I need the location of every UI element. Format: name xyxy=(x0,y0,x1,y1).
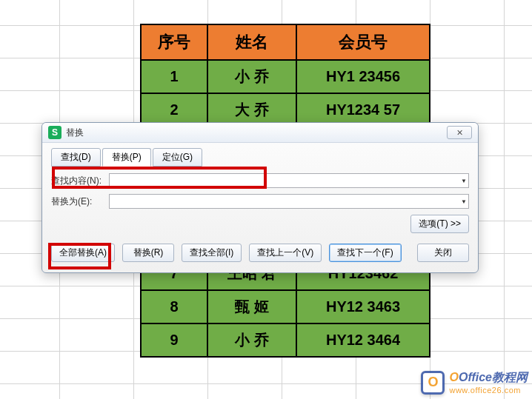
close-icon[interactable]: ✕ xyxy=(447,126,472,139)
close-button[interactable]: 关闭 xyxy=(417,244,469,262)
cell-member[interactable]: HY1 23456 xyxy=(296,60,430,93)
dialog-titlebar[interactable]: S 替换 ✕ xyxy=(42,123,478,143)
options-button[interactable]: 选项(T) >> xyxy=(410,215,469,233)
watermark-url: www.office26.com xyxy=(449,386,528,395)
find-what-label: 查找内容(N): xyxy=(51,175,109,187)
watermark-line1b: 教程网 xyxy=(492,371,528,383)
replace-with-input[interactable] xyxy=(109,194,469,209)
cell-seq[interactable]: 8 xyxy=(141,290,207,323)
find-next-button[interactable]: 查找下一个(F) xyxy=(329,244,401,262)
app-icon: S xyxy=(48,126,61,139)
cell-member[interactable]: HY12 3463 xyxy=(296,290,430,323)
tab-replace[interactable]: 替换(P) xyxy=(102,148,151,167)
replace-all-button[interactable]: 全部替换(A) xyxy=(51,244,115,262)
dialog-title: 替换 xyxy=(66,127,84,139)
chevron-down-icon[interactable]: ▼ xyxy=(461,198,467,205)
find-all-button[interactable]: 查找全部(I) xyxy=(182,244,242,262)
cell-name[interactable]: 甄 姬 xyxy=(207,290,296,323)
watermark: O OOffice教程网 www.office26.com xyxy=(421,370,528,395)
table-row[interactable]: 9 小 乔 HY12 3464 xyxy=(141,323,430,357)
header-name: 姓名 xyxy=(207,24,296,60)
cell-member[interactable]: HY12 3464 xyxy=(296,323,430,357)
header-member: 会员号 xyxy=(296,24,430,60)
find-what-input[interactable] xyxy=(109,173,469,188)
replace-button[interactable]: 替换(R) xyxy=(122,244,174,262)
tab-goto[interactable]: 定位(G) xyxy=(153,148,202,167)
table-row[interactable]: 8 甄 姬 HY12 3463 xyxy=(141,290,430,323)
chevron-down-icon[interactable]: ▼ xyxy=(461,178,467,184)
cell-seq[interactable]: 9 xyxy=(141,323,207,357)
replace-with-label: 替换为(E): xyxy=(51,195,109,208)
dialog-tabs: 查找(D) 替换(P) 定位(G) xyxy=(51,147,469,166)
watermark-o: O xyxy=(449,371,458,383)
table-row[interactable]: 1 小 乔 HY1 23456 xyxy=(141,60,430,93)
watermark-badge-icon: O xyxy=(421,371,445,395)
cell-name[interactable]: 小 乔 xyxy=(207,323,296,357)
find-prev-button[interactable]: 查找上一个(V) xyxy=(249,244,322,262)
find-replace-dialog: S 替换 ✕ 查找(D) 替换(P) 定位(G) 查找内容(N): ▼ 替换为(… xyxy=(41,122,479,273)
cell-seq[interactable]: 1 xyxy=(141,60,207,93)
tab-find[interactable]: 查找(D) xyxy=(51,148,101,167)
watermark-line1a: Office xyxy=(459,371,492,383)
cell-name[interactable]: 小 乔 xyxy=(207,60,296,93)
header-seq: 序号 xyxy=(141,24,207,60)
